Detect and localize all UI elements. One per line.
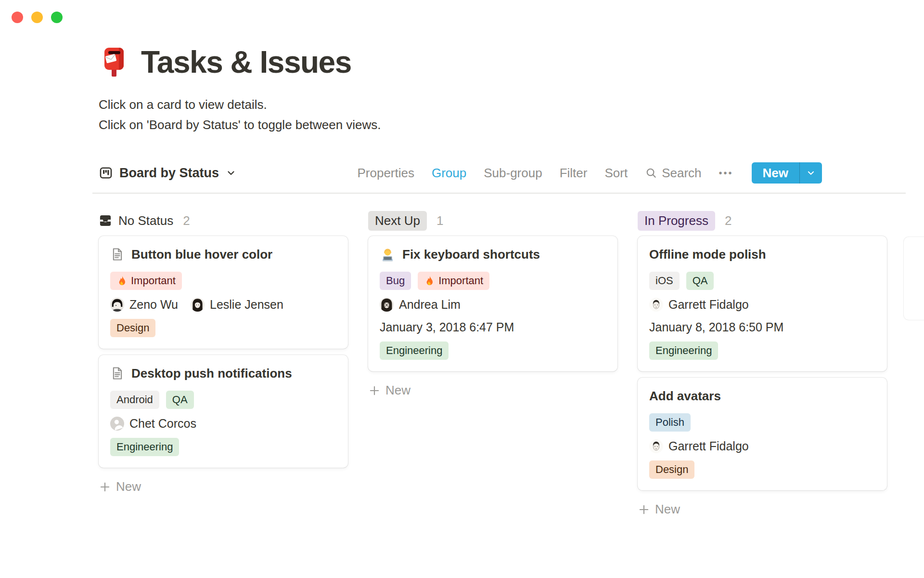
- card-title-row: Fix keyboard shortcuts: [380, 246, 606, 263]
- column-status-no-status[interactable]: No Status: [99, 213, 173, 228]
- person-andrea-lim: Andrea Lim: [380, 298, 461, 312]
- person-name: Chet Corcos: [129, 417, 196, 431]
- card-fix-keyboard-shortcuts[interactable]: Fix keyboard shortcuts Bug Important: [368, 236, 617, 371]
- card-people-row: Zeno Wu Leslie Jensen: [110, 298, 336, 312]
- plus-icon: [99, 481, 111, 493]
- sort-button[interactable]: Sort: [604, 166, 628, 181]
- card-date: January 3, 2018 6:47 PM: [380, 320, 606, 334]
- card-add-avatars[interactable]: Add avatars Polish Garrett Fidalgo: [638, 378, 887, 490]
- add-card-label: New: [385, 383, 411, 398]
- tag-label: Polish: [655, 416, 684, 429]
- column-header: In Progress 2: [638, 211, 887, 230]
- add-card-label: New: [655, 502, 680, 517]
- person-chet-corcos: Chet Corcos: [110, 417, 196, 431]
- new-button[interactable]: New: [752, 162, 799, 184]
- window-zoom-button[interactable]: [51, 12, 63, 23]
- card-title: Add avatars: [649, 387, 721, 405]
- view-switcher-label: Board by Status: [119, 166, 219, 181]
- fire-icon: [116, 276, 127, 286]
- board-view-icon: [99, 166, 113, 180]
- garrett-fidalgo-avatar: [649, 439, 663, 453]
- tag-label: Engineering: [655, 344, 712, 357]
- chevron-down-icon: [806, 168, 816, 178]
- tag-important: Important: [110, 272, 182, 290]
- add-card-button[interactable]: New: [368, 383, 617, 398]
- tag-label: Design: [116, 322, 149, 334]
- column-no-status: No Status 2 Button blue hover color Impo…: [99, 211, 348, 517]
- partial-card-next-column[interactable]: [904, 237, 924, 320]
- card-title: Desktop push notifications: [131, 365, 292, 382]
- properties-button[interactable]: Properties: [357, 166, 414, 181]
- card-people-row: Andrea Lim: [380, 298, 606, 312]
- window-minimize-button[interactable]: [31, 12, 43, 23]
- tag-label: Important: [131, 275, 176, 287]
- tag-design: Design: [649, 460, 694, 479]
- card-title: Button blue hover color: [131, 246, 272, 263]
- subgroup-button[interactable]: Sub-group: [484, 166, 542, 181]
- card-desktop-push-notifications[interactable]: Desktop push notifications Android QA: [99, 355, 348, 468]
- technologist-emoji-icon: [380, 247, 396, 263]
- card-tags-row: Bug Important: [380, 272, 606, 290]
- column-cards: Button blue hover color Important Zeno W…: [99, 236, 348, 468]
- card-tags-row: Engineering: [649, 342, 875, 360]
- person-leslie-jensen: Leslie Jensen: [191, 298, 283, 312]
- card-tags-row: Engineering: [110, 438, 336, 456]
- card-title-row: Button blue hover color: [110, 246, 336, 263]
- tag-android: Android: [110, 391, 159, 409]
- person-garrett-fidalgo: Garrett Fidalgo: [649, 439, 749, 453]
- toolbar-menu: Properties Group Sub-group Filter Sort S…: [357, 162, 822, 184]
- card-date: January 8, 2018 6:50 PM: [649, 320, 875, 334]
- card-title: Offline mode polish: [649, 246, 766, 263]
- page-icon: [110, 247, 125, 262]
- column-header: Next Up 1: [368, 211, 617, 230]
- column-cards: Offline mode polish iOS QA Garrett: [638, 236, 887, 490]
- group-button[interactable]: Group: [432, 166, 466, 181]
- inbox-icon: [99, 214, 112, 227]
- new-split-button: New: [752, 162, 822, 184]
- page-title-row: Tasks & Issues: [99, 43, 907, 81]
- toolbar-divider: [92, 193, 906, 194]
- column-count: 2: [183, 213, 190, 228]
- page-icon: [110, 366, 125, 381]
- filter-button[interactable]: Filter: [560, 166, 588, 181]
- search-label: Search: [662, 166, 701, 181]
- tag-label: QA: [172, 394, 188, 406]
- garrett-fidalgo-avatar: [649, 298, 663, 312]
- add-card-button[interactable]: New: [638, 502, 887, 517]
- person-name: Garrett Fidalgo: [668, 298, 749, 312]
- column-count: 1: [436, 213, 443, 228]
- card-title-row: Desktop push notifications: [110, 365, 336, 382]
- description-line-2: Click on 'Board by Status' to toggle bet…: [99, 115, 907, 135]
- kanban-board: No Status 2 Button blue hover color Impo…: [99, 211, 907, 517]
- tag-qa: QA: [166, 391, 194, 409]
- zeno-wu-avatar: [110, 298, 124, 312]
- tag-design: Design: [110, 319, 155, 337]
- person-name: Zeno Wu: [129, 298, 178, 312]
- tag-qa: QA: [686, 272, 714, 290]
- column-status-in-progress[interactable]: In Progress: [638, 211, 715, 231]
- card-button-blue-hover-color[interactable]: Button blue hover color Important Zeno W…: [99, 236, 348, 349]
- card-tags-row: Important: [110, 272, 336, 290]
- tag-engineering: Engineering: [110, 438, 179, 456]
- column-status-next-up[interactable]: Next Up: [368, 211, 427, 231]
- view-switcher[interactable]: Board by Status: [99, 166, 237, 181]
- fire-icon: [424, 276, 435, 286]
- card-offline-mode-polish[interactable]: Offline mode polish iOS QA Garrett: [638, 236, 887, 371]
- column-cards: Fix keyboard shortcuts Bug Important: [368, 236, 617, 371]
- person-name: Garrett Fidalgo: [668, 439, 749, 453]
- chevron-down-icon: [225, 167, 237, 179]
- tag-label: iOS: [655, 275, 673, 287]
- tag-ios: iOS: [649, 272, 680, 290]
- description-line-1: Click on a card to view details.: [99, 94, 907, 115]
- more-options-button[interactable]: •••: [719, 168, 733, 179]
- search-button[interactable]: Search: [645, 166, 701, 181]
- tag-label: Bug: [386, 275, 405, 287]
- card-tags-row: Design: [649, 460, 875, 479]
- tag-important: Important: [418, 272, 489, 290]
- person-name: Leslie Jensen: [210, 298, 283, 312]
- tag-label: QA: [693, 275, 708, 287]
- window-close-button[interactable]: [12, 12, 23, 23]
- card-people-row: Garrett Fidalgo: [649, 298, 875, 312]
- new-button-dropdown[interactable]: [800, 162, 822, 184]
- add-card-button[interactable]: New: [99, 479, 348, 494]
